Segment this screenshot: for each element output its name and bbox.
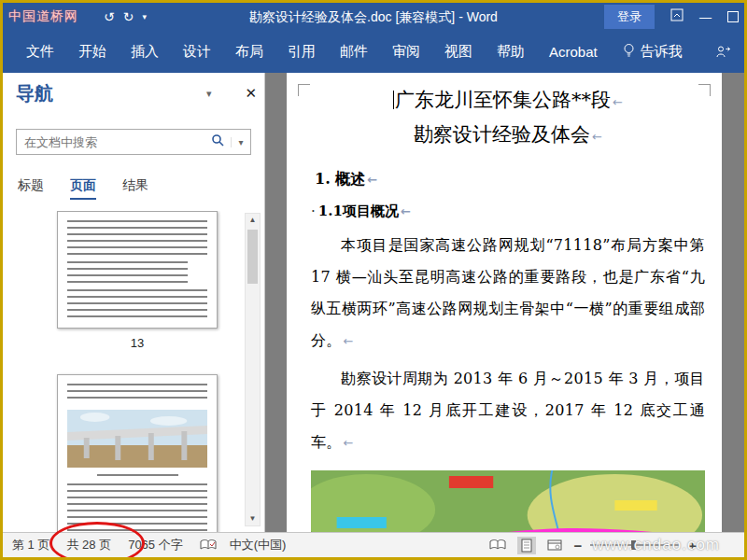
site-watermark-bottom: www.cndao.com <box>592 536 720 554</box>
maximize-button[interactable] <box>727 11 739 22</box>
thumbnail-text-lines <box>67 289 207 317</box>
tab-file[interactable]: 文件 <box>14 43 66 61</box>
document-page[interactable]: 广东龙川至怀集公路**段← 勘察设计经验及体会← 1. 概述← ·1.1项目概况… <box>287 73 722 532</box>
redo-icon[interactable]: ↻ <box>123 9 134 24</box>
nav-tab-results[interactable]: 结果 <box>122 177 148 200</box>
word-count[interactable]: 7065 个字 <box>128 537 183 553</box>
thumbnail-text-lines <box>67 384 207 402</box>
nav-tab-pages[interactable]: 页面 <box>70 177 96 200</box>
print-layout-icon[interactable] <box>517 537 536 554</box>
thumbnail-bridge-photo <box>67 410 207 468</box>
site-watermark-top: 中国道桥网 <box>8 8 78 25</box>
minimize-button[interactable]: — <box>699 10 712 24</box>
thumbnail-caption-line <box>97 474 178 476</box>
body-paragraph-1: 本项目是国家高速公路网规划“71118”布局方案中第 17 横—汕头至昆明高速公… <box>311 230 705 357</box>
thumbnail-text-lines <box>67 483 207 532</box>
page-thumbnail-list: 13 <box>3 211 240 532</box>
search-input[interactable] <box>17 135 204 149</box>
tab-insert[interactable]: 插入 <box>119 43 171 61</box>
tab-references[interactable]: 引用 <box>275 43 328 61</box>
zoom-out-button[interactable]: − <box>573 538 582 553</box>
thumbnail-text-lines <box>67 220 207 256</box>
nav-tab-headings[interactable]: 标题 <box>18 177 44 200</box>
tab-mailings[interactable]: 邮件 <box>328 43 380 61</box>
paragraph-mark: ← <box>344 334 354 348</box>
signin-button[interactable]: 登录 <box>604 5 655 29</box>
paragraph-mark: ← <box>367 173 377 187</box>
tab-review[interactable]: 审阅 <box>380 43 432 61</box>
chevron-down-icon[interactable]: ▾ <box>206 88 212 100</box>
outline-bullet: · <box>311 203 316 219</box>
undo-icon[interactable]: ↺ <box>104 9 115 24</box>
navigation-tabs: 标题 页面 结果 <box>18 177 148 200</box>
window-controls: 登录 — <box>604 3 739 31</box>
search-options-caret-icon[interactable]: ▾ <box>231 137 250 147</box>
window-title: 勘察设计经验及体会.doc [兼容模式] - Word <box>152 9 595 26</box>
web-layout-icon[interactable] <box>544 537 565 553</box>
paragraph-mark: ← <box>401 204 411 218</box>
thumbnail-page-number: 13 <box>57 336 218 350</box>
nav-scrollbar[interactable]: ▲ ▼ <box>245 213 261 526</box>
read-mode-icon[interactable] <box>486 537 509 553</box>
ribbon-tab-bar: 文件 开始 插入 设计 布局 引用 邮件 审阅 视图 帮助 Acrobat 告诉… <box>3 31 744 73</box>
document-title-line-1: 广东龙川至怀集公路**段← <box>311 84 705 119</box>
page-indicator[interactable]: 第 1 页 <box>12 537 49 553</box>
paragraph-mark: ← <box>344 436 354 450</box>
document-content: 广东龙川至怀集公路**段← 勘察设计经验及体会← 1. 概述← ·1.1项目概况… <box>287 73 722 532</box>
tab-help[interactable]: 帮助 <box>485 43 537 61</box>
language-indicator[interactable]: 中文(中国) <box>230 537 287 553</box>
body-paragraph-2: 勘察设计周期为 2013 年 6 月～2015 年 3 月，项目于 2014 年… <box>311 363 705 459</box>
quick-access-toolbar: ↺ ↻ ▾ <box>104 3 147 31</box>
text-cursor <box>393 91 394 109</box>
document-search-box: ▾ <box>16 129 251 155</box>
workspace: 导航 ▾ ✕ ▾ 标题 页面 结果 <box>3 73 744 532</box>
paragraph-mark: ← <box>613 95 623 109</box>
tab-design[interactable]: 设计 <box>171 43 223 61</box>
lightbulb-icon <box>623 43 635 61</box>
document-title-line-2: 勘察设计经验及体会← <box>311 119 705 153</box>
tellme-label: 告诉我 <box>641 43 683 61</box>
tab-view[interactable]: 视图 <box>432 43 485 61</box>
close-icon[interactable]: ✕ <box>245 85 257 102</box>
thumbnail-text-lines <box>67 261 188 284</box>
navigation-title: 导航 <box>16 81 53 106</box>
tab-layout[interactable]: 布局 <box>223 43 275 61</box>
page-thumbnail-13[interactable] <box>57 211 218 329</box>
scroll-down-icon[interactable]: ▼ <box>246 512 260 525</box>
navigation-header: 导航 ▾ ✕ <box>16 78 257 108</box>
proofing-icon[interactable] <box>200 539 217 552</box>
paragraph-mark: ← <box>592 130 602 144</box>
search-icon[interactable] <box>204 133 231 151</box>
navigation-pane: 导航 ▾ ✕ ▾ 标题 页面 结果 <box>3 73 265 532</box>
scrollbar-thumb[interactable] <box>247 230 258 284</box>
page-total[interactable]: 共 28 页 <box>66 537 111 553</box>
ribbon-display-options-icon[interactable] <box>670 8 684 25</box>
qat-customize-caret-icon[interactable]: ▾ <box>142 12 147 21</box>
tab-home[interactable]: 开始 <box>66 43 119 61</box>
page-thumbnail-14[interactable] <box>57 374 218 532</box>
tellme-button[interactable]: 告诉我 <box>623 43 683 61</box>
word-window: 中国道桥网 ↺ ↻ ▾ 勘察设计经验及体会.doc [兼容模式] - Word … <box>0 0 747 560</box>
share-icon[interactable] <box>715 45 731 59</box>
tab-acrobat[interactable]: Acrobat <box>537 44 610 60</box>
scroll-up-icon[interactable]: ▲ <box>246 214 260 227</box>
heading-1: 1. 概述← <box>315 170 705 189</box>
title-bar: 中国道桥网 ↺ ↻ ▾ 勘察设计经验及体会.doc [兼容模式] - Word … <box>3 3 744 31</box>
heading-1-1: ·1.1项目概况← <box>311 203 705 220</box>
